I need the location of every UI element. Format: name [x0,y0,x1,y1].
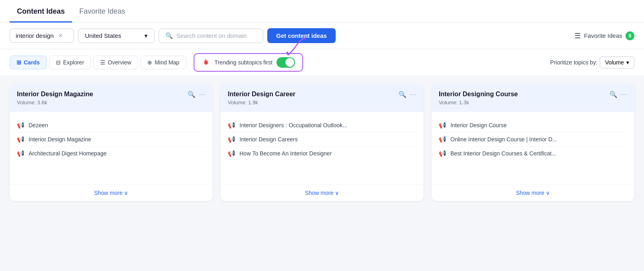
card-item-text: Dezeen [29,122,48,128]
prioritize-value: Volume [605,59,624,66]
megaphone-icon: 📢 [228,150,235,157]
svg-marker-0 [285,51,290,56]
megaphone-icon: 📢 [439,136,446,143]
trending-container: Trending subtopics first [194,53,303,72]
card-3: Interior Designing Course Volume: 1.3k 🔍… [431,84,634,201]
table-icon: ⊟ [56,59,61,66]
megaphone-icon: 📢 [17,122,25,129]
card-header-left: Interior Design Magazine Volume: 3.6k [17,91,188,106]
domain-placeholder: Search content on domain [176,32,247,39]
favorite-count-badge: 8 [625,31,634,40]
card-item: 📢 Online Interior Design Course | Interi… [439,132,627,147]
search-icon[interactable]: 🔍 [398,91,407,98]
overview-label: Overview [108,59,131,66]
domain-search-input[interactable]: 🔍 Search content on domain [159,29,263,43]
explorer-label: Explorer [63,59,84,66]
show-more-link[interactable]: Show more ∨ [10,184,213,201]
card-item-text: Online Interior Design Course | Interior… [450,136,557,143]
card-body-2: 📢 Interior Designers : Occupational Outl… [221,112,423,184]
keyword-value: interior design [16,32,54,39]
favorite-ideas-label: Favorite Ideas [584,32,622,39]
card-item-text: Interior Designers : Occupational Outloo… [239,122,347,128]
card-header-1: Interior Design Magazine Volume: 3.6k 🔍 … [10,84,213,112]
search-icon: 🔍 [165,32,173,39]
more-options-icon[interactable]: ⋯ [199,91,205,98]
cards-area: Interior Design Magazine Volume: 3.6k 🔍 … [0,76,644,209]
cards-icon: ⊞ [17,59,21,66]
megaphone-icon: 📢 [17,136,25,143]
megaphone-icon: 📢 [228,136,235,143]
card-item: 📢 Best Interior Design Courses & Certifi… [439,147,627,160]
tabs-bar: Content Ideas Favorite Ideas [0,0,644,23]
country-value: United States [85,32,121,39]
search-icon[interactable]: 🔍 [188,91,196,98]
get-ideas-button[interactable]: Get content ideas [267,28,336,43]
card-1: Interior Design Magazine Volume: 3.6k 🔍 … [10,84,213,201]
view-bar: ⊞ Cards ⊟ Explorer ☰ Overview ⊕ Mind Map… [0,49,644,76]
list-icon: ☰ [574,31,581,40]
card-item: 📢 Interior Designers : Occupational Outl… [228,118,416,132]
cards-label: Cards [24,59,40,66]
chevron-down-icon: ▾ [144,32,148,39]
card-header-left: Interior Designing Course Volume: 1.3k [439,91,609,106]
search-icon[interactable]: 🔍 [609,91,617,98]
card-2: Interior Design Career Volume: 1.9k 🔍 ⋯ … [221,84,423,201]
card-body-1: 📢 Dezeen 📢 Interior Design Magazine 📢 Ar… [10,112,213,184]
view-explorer-button[interactable]: ⊟ Explorer [49,56,91,69]
card-header-actions: 🔍 ⋯ [609,91,627,98]
card-header-left: Interior Design Career Volume: 1.9k [228,91,398,106]
tab-content-ideas[interactable]: Content Ideas [10,0,72,23]
card-item: 📢 Interior Design Careers [228,132,416,147]
card-item: 📢 Interior Design Course [439,118,627,132]
country-select[interactable]: United States ▾ [78,29,155,43]
chevron-down-icon: ▾ [626,59,629,66]
show-more-link[interactable]: Show more ∨ [221,184,423,201]
card-volume: Volume: 3.6k [17,99,188,106]
card-title: Interior Design Career [228,91,398,98]
card-item-text: Best Interior Design Courses & Certifica… [450,150,556,157]
keyword-chip[interactable]: interior design ✕ [10,29,74,43]
prioritize-label: Prioritize topics by: [550,59,597,66]
card-item: 📢 Dezeen [17,118,205,132]
favorite-ideas-link[interactable]: ☰ Favorite Ideas 8 [574,31,634,40]
mindmap-icon: ⊕ [147,59,152,66]
trending-label: Trending subtopics first [215,59,272,66]
card-item: 📢 Architectural Digest Homepage [17,147,205,160]
more-options-icon[interactable]: ⋯ [410,91,416,98]
card-title: Interior Design Magazine [17,91,188,98]
card-volume: Volume: 1.3k [439,99,609,106]
card-item-text: Interior Design Magazine [29,136,91,143]
card-item-text: How To Become An Interior Designer [239,150,332,157]
toggle-knob [285,58,294,67]
mindmap-label: Mind Map [155,59,179,66]
card-header-actions: 🔍 ⋯ [398,91,416,98]
more-options-icon[interactable]: ⋯ [621,91,627,98]
megaphone-icon: 📢 [228,122,235,129]
card-item: 📢 How To Become An Interior Designer [228,147,416,160]
card-volume: Volume: 1.9k [228,99,398,106]
view-cards-button[interactable]: ⊞ Cards [10,56,47,69]
megaphone-icon: 📢 [439,150,446,157]
card-body-3: 📢 Interior Design Course 📢 Online Interi… [431,112,634,184]
show-more-link[interactable]: Show more ∨ [431,184,634,201]
megaphone-icon: 📢 [17,150,25,157]
toolbar: interior design ✕ United States ▾ 🔍 Sear… [0,23,644,49]
tab-favorite-ideas[interactable]: Favorite Ideas [72,0,132,23]
card-title: Interior Designing Course [439,91,609,98]
trending-toggle[interactable] [277,57,295,68]
prioritize-select[interactable]: Volume ▾ [600,56,634,68]
megaphone-icon: 📢 [439,122,446,129]
card-header-actions: 🔍 ⋯ [188,91,205,98]
card-item-text: Interior Design Course [450,122,507,128]
overview-icon: ☰ [100,59,105,66]
card-item-text: Interior Design Careers [239,136,298,143]
card-header-3: Interior Designing Course Volume: 1.3k 🔍… [431,84,634,112]
card-item-text: Architectural Digest Homepage [29,150,107,157]
card-item: 📢 Interior Design Magazine [17,132,205,147]
fire-icon [202,58,211,67]
close-keyword-icon[interactable]: ✕ [58,33,63,39]
view-mindmap-button[interactable]: ⊕ Mind Map [140,56,186,69]
card-header-2: Interior Design Career Volume: 1.9k 🔍 ⋯ [221,84,423,112]
view-overview-button[interactable]: ☰ Overview [93,56,138,69]
